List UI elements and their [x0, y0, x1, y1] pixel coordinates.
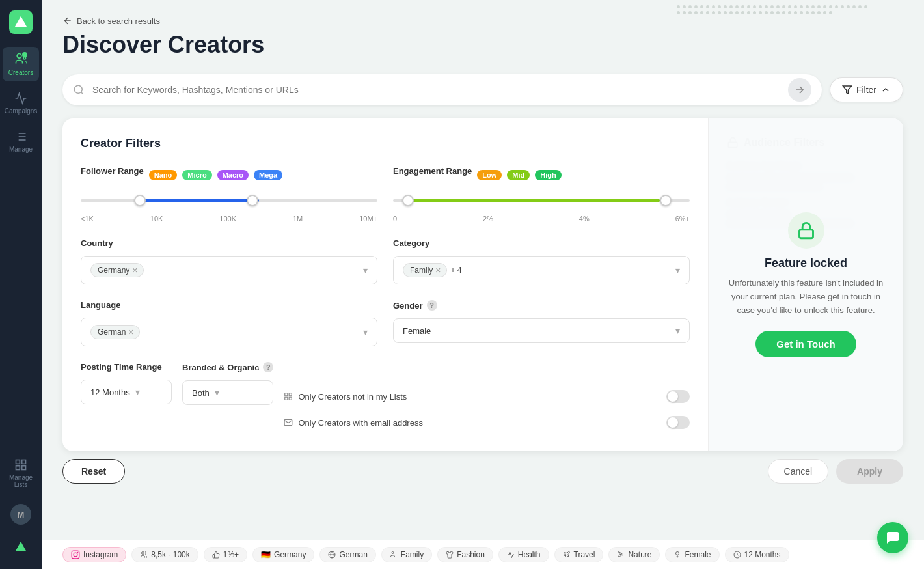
badge-mid: Mid: [507, 170, 530, 180]
toggle-not-in-lists-row: Only Creators not in my Lists: [284, 383, 690, 409]
search-input-wrapper: [62, 74, 822, 105]
sidebar: Creators Campaigns Manage Manage Lists M: [0, 0, 42, 569]
svg-point-25: [142, 552, 144, 555]
user-avatar[interactable]: M: [10, 504, 31, 525]
svg-point-23: [74, 553, 77, 557]
sidebar-item-manage-label: Manage: [9, 146, 33, 153]
badge-mega: Mega: [254, 170, 282, 180]
gender-col: Gender ? Female ▾: [393, 300, 690, 346]
gender-help-icon[interactable]: ?: [427, 300, 437, 311]
language-dropdown[interactable]: German × ▾: [81, 318, 377, 346]
branded-help-icon[interactable]: ?: [263, 362, 273, 372]
svg-rect-10: [22, 460, 26, 464]
gender-label: Gender ?: [393, 300, 690, 311]
category-dropdown[interactable]: Family × + 4 ▾: [393, 256, 690, 284]
engagement-tag[interactable]: 1%+: [204, 547, 247, 562]
fashion-icon: [446, 551, 454, 559]
follower-range-slider[interactable]: [81, 190, 377, 211]
audience-filters-section: Audience Filters Audience Age Range Audi…: [708, 118, 903, 451]
svg-point-24: [77, 552, 78, 553]
svg-rect-21: [799, 230, 813, 238]
category-tag-close[interactable]: ×: [435, 265, 441, 275]
toggle-not-in-lists-label: Only Creators not in my Lists: [284, 392, 407, 402]
filter-actions: Reset Cancel Apply: [62, 459, 903, 484]
svg-rect-9: [16, 460, 20, 464]
search-submit-button[interactable]: [788, 78, 811, 102]
toggle-not-in-lists[interactable]: [666, 390, 690, 403]
toggle-with-email-row: Only Creators with email address: [284, 409, 690, 436]
svg-point-28: [676, 552, 679, 555]
female-bottom-tag[interactable]: Female: [665, 547, 719, 562]
svg-point-1: [17, 54, 21, 59]
bottom-bar: Instagram 8,5k - 100k 1%+ 🇩🇪 Germany Ger…: [42, 540, 924, 569]
svg-rect-11: [16, 466, 20, 470]
country-tag-close[interactable]: ×: [132, 265, 137, 275]
reach-tag[interactable]: 8,5k - 100k: [131, 547, 198, 562]
category-tag: Family ×: [403, 263, 447, 277]
cancel-button[interactable]: Cancel: [768, 459, 829, 484]
toggle-with-email[interactable]: [666, 416, 690, 429]
search-input[interactable]: [85, 85, 788, 95]
travel-bottom-tag[interactable]: Travel: [554, 547, 604, 562]
sidebar-item-campaigns[interactable]: Campaigns: [3, 87, 39, 120]
logo[interactable]: [9, 10, 33, 34]
badge-low: Low: [477, 170, 502, 180]
fashion-bottom-tag[interactable]: Fashion: [437, 547, 493, 562]
family-bottom-tag[interactable]: Family: [381, 547, 432, 562]
svg-rect-22: [72, 551, 79, 559]
language-chevron: ▾: [363, 327, 368, 337]
svg-rect-17: [290, 393, 292, 396]
get-in-touch-button[interactable]: Get in Touch: [755, 331, 856, 357]
country-bottom-tag[interactable]: 🇩🇪 Germany: [252, 547, 314, 562]
country-category-row: Country Germany × ▾ Catego: [81, 238, 690, 284]
follower-range-col: Follower Range Nano Micro Macro Mega: [81, 166, 377, 223]
engagement-range-col: Engagement Range Low Mid High: [393, 166, 690, 223]
badge-high: High: [535, 170, 561, 180]
health-icon: [507, 551, 515, 559]
sidebar-item-bottom-logo[interactable]: [3, 535, 39, 559]
apply-button[interactable]: Apply: [836, 459, 903, 484]
gender-dropdown[interactable]: Female ▾: [393, 318, 690, 343]
svg-rect-18: [285, 397, 288, 400]
svg-point-27: [392, 552, 394, 554]
chat-bubble-button[interactable]: [877, 522, 908, 553]
page-title: Discover Creators: [62, 31, 903, 59]
country-dropdown[interactable]: Germany × ▾: [81, 256, 377, 284]
posting-time-col: Posting Time Range 12 Months ▾: [81, 362, 172, 404]
action-buttons: Cancel Apply: [768, 459, 903, 484]
creator-filters-title: Creator Filters: [81, 137, 690, 150]
svg-point-14: [74, 85, 82, 93]
toggles-col: Only Creators not in my Lists: [284, 362, 690, 436]
instagram-icon: [71, 550, 80, 559]
branded-label: Branded & Organic ?: [182, 362, 273, 372]
nature-bottom-tag[interactable]: Nature: [608, 547, 660, 562]
country-chevron: ▾: [363, 265, 368, 275]
language-tag-close[interactable]: ×: [128, 327, 133, 337]
de-flag-icon: 🇩🇪: [261, 550, 271, 559]
language-gender-row: Language German × ▾: [81, 300, 690, 346]
users-icon: [140, 551, 148, 559]
sidebar-item-manage[interactable]: Manage: [3, 125, 39, 158]
sidebar-item-manage-lists[interactable]: Manage Lists: [3, 453, 39, 493]
language-bottom-tag[interactable]: German: [319, 547, 375, 562]
follower-range-labels: <1K10K100K1M10M+: [81, 215, 377, 223]
engagement-range-slider[interactable]: [393, 190, 690, 211]
platform-tag[interactable]: Instagram: [62, 547, 126, 562]
health-bottom-tag[interactable]: Health: [498, 547, 549, 562]
language-label: Language: [81, 300, 377, 310]
reset-button[interactable]: Reset: [62, 459, 125, 484]
filter-button[interactable]: Filter: [830, 77, 903, 102]
language-icon: [328, 551, 336, 559]
range-filters-row: Follower Range Nano Micro Macro Mega: [81, 166, 690, 223]
branded-dropdown[interactable]: Both ▾: [182, 380, 273, 405]
category-more: + 4: [451, 266, 462, 275]
svg-marker-15: [843, 86, 851, 94]
svg-marker-13: [16, 542, 27, 551]
sidebar-item-creators[interactable]: Creators: [3, 47, 39, 81]
svg-point-2: [23, 57, 25, 59]
language-col: Language German × ▾: [81, 300, 377, 346]
back-link[interactable]: Back to search results: [62, 16, 903, 26]
months-bottom-tag[interactable]: 12 Months: [725, 547, 789, 562]
svg-marker-0: [15, 16, 27, 27]
posting-time-dropdown[interactable]: 12 Months ▾: [81, 380, 172, 404]
